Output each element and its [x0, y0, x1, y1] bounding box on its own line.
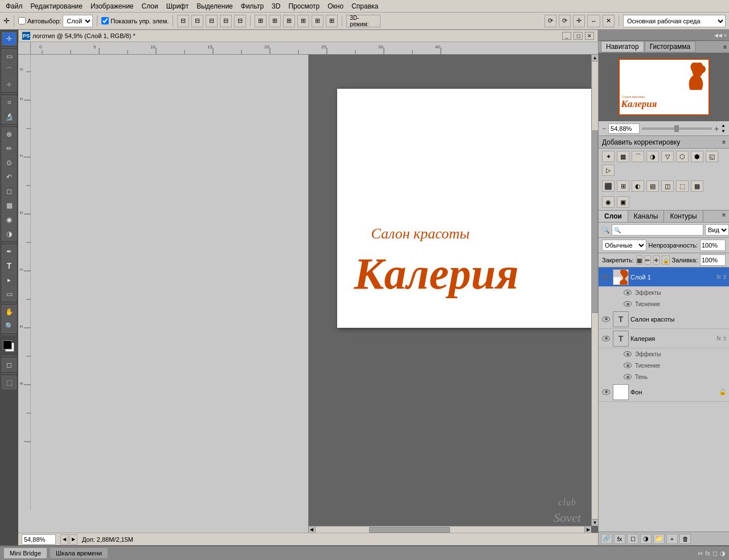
adj-brightness-btn[interactable]: ✦ — [602, 151, 615, 162]
autoselector-checkbox[interactable] — [18, 17, 26, 24]
spot-heal-tool[interactable]: ⊕ — [2, 127, 17, 141]
nav-down-btn[interactable]: ▼ — [721, 129, 726, 134]
adj-exposure-btn[interactable]: ◑ — [646, 151, 659, 162]
lasso-tool[interactable]: ⌒ — [2, 64, 17, 77]
v-scrollbar[interactable]: ▲ ▼ — [591, 55, 598, 526]
quick-mask-btn[interactable]: ◻ — [2, 358, 17, 372]
blur-tool[interactable]: ◉ — [2, 213, 17, 227]
kaleria-chain-btn[interactable]: ⊻ — [723, 335, 727, 341]
zoom-display[interactable]: 54,88% — [22, 534, 56, 545]
gradient-tool[interactable]: ▦ — [2, 199, 17, 212]
align-btn-1[interactable]: ⊟ — [177, 15, 189, 27]
nav-zoom-input[interactable] — [608, 123, 640, 134]
adj-selectivecolor-btn[interactable]: ⬚ — [676, 180, 689, 192]
hand-tool[interactable]: ✋ — [2, 305, 17, 319]
shape-tool[interactable]: ▭ — [2, 287, 17, 301]
sub-vis-btn-eff1[interactable] — [622, 287, 633, 298]
pen-tool[interactable]: ✒ — [2, 245, 17, 258]
layers-search-box[interactable]: 🔍 — [612, 224, 703, 236]
menu-item-3d[interactable]: 3D — [268, 1, 284, 11]
status-right-arrow[interactable]: ▶ — [69, 534, 77, 545]
nav-up-btn[interactable]: ▲ — [721, 123, 726, 128]
adj-invert-btn[interactable]: ◐ — [632, 180, 644, 192]
tab-histogram[interactable]: Гистограмма — [645, 41, 695, 52]
layer-item-fon[interactable]: Фон 🔒 — [599, 382, 729, 402]
layer-delete-btn[interactable]: 🗑 — [679, 534, 691, 544]
adj-gradmap-btn[interactable]: ▦ — [691, 180, 703, 192]
layers-filter-select[interactable]: Вид — [705, 224, 729, 236]
distribute-btn-3[interactable]: ⊞ — [283, 15, 295, 27]
screen-mode-btn[interactable]: ⬚ — [2, 376, 17, 389]
menu-item-select[interactable]: Выделение — [193, 1, 236, 11]
adj-hsl-btn[interactable]: ⬡ — [676, 151, 689, 162]
layer-mask-btn[interactable]: ◻ — [627, 534, 638, 544]
3d-btn-1[interactable]: ⟳ — [544, 15, 556, 27]
move-tool-icon[interactable]: ✛ — [3, 17, 10, 25]
3d-btn-3[interactable]: ✛ — [573, 15, 585, 27]
doc-minimize-btn[interactable]: _ — [562, 32, 571, 40]
sub-vis-btn-shad-kal[interactable] — [622, 372, 633, 382]
3d-btn-4[interactable]: ↔ — [587, 15, 600, 27]
distribute-btn-1[interactable]: ⊞ — [255, 15, 267, 27]
layer-vis-btn-kaleria[interactable] — [601, 333, 611, 344]
distribute-btn-5[interactable]: ⊞ — [312, 15, 323, 27]
v-scroll-track[interactable] — [592, 61, 598, 519]
marquee-tool[interactable]: ▭ — [2, 50, 17, 63]
doc-close-btn[interactable]: ✕ — [585, 32, 594, 40]
h-scrollbar[interactable]: ◀ ▶ — [309, 526, 592, 533]
layer-link-btn[interactable]: 🔗 — [601, 534, 612, 544]
tab-layers[interactable]: Слои — [599, 211, 628, 222]
bottom-icon-adjust[interactable]: ◑ — [720, 550, 726, 557]
dodge-tool[interactable]: ◑ — [2, 227, 17, 241]
align-btn-4[interactable]: ⊟ — [220, 15, 232, 27]
distribute-btn-6[interactable]: ⊞ — [326, 15, 338, 27]
foreground-color[interactable] — [3, 340, 12, 349]
adj-channelmixer-btn[interactable]: ⬛ — [602, 180, 615, 192]
lock-paint-btn[interactable]: ✏ — [645, 256, 651, 265]
crop-tool[interactable]: ⌗ — [2, 96, 17, 109]
align-btn-3[interactable]: ⊟ — [206, 15, 218, 27]
fill-input[interactable] — [700, 254, 726, 266]
adj-options-btn[interactable]: ≡ — [722, 139, 726, 145]
layer-item-sloy1[interactable]: Слой 1 fx ⊻ — [599, 267, 729, 287]
menu-item-file[interactable]: Файл — [2, 1, 26, 11]
menu-item-help[interactable]: Справка — [348, 1, 382, 11]
tab-paths[interactable]: Контуры — [664, 211, 703, 222]
lock-all-btn[interactable]: 🔒 — [662, 256, 670, 265]
distribute-btn-2[interactable]: ⊞ — [269, 15, 281, 27]
clone-tool[interactable]: ⊙ — [2, 156, 17, 170]
nav-zoom-handle[interactable] — [674, 125, 679, 132]
lock-transparent-btn[interactable]: ▦ — [636, 256, 642, 265]
v-scroll-thumb[interactable] — [592, 130, 598, 314]
sub-vis-btn-eff-kal[interactable] — [622, 349, 633, 359]
layers-panel-options-btn[interactable]: ≡ — [719, 211, 729, 222]
status-left-arrow[interactable]: ◀ — [60, 534, 68, 545]
layer-item-salon[interactable]: T Салон красоты — [599, 310, 729, 329]
distribute-btn-4[interactable]: ⊞ — [297, 15, 309, 27]
layer-adjustment-btn[interactable]: ◑ — [640, 534, 652, 544]
layer-group-btn[interactable]: 📁 — [653, 534, 665, 544]
zoom-tool[interactable]: 🔍 — [2, 319, 17, 333]
bottom-icon-mask[interactable]: ◻ — [712, 550, 718, 557]
move-tool[interactable]: ✛ — [2, 32, 17, 46]
tab-navigator[interactable]: Навигатор — [601, 41, 644, 52]
adj-extra1-btn[interactable]: ◉ — [602, 196, 615, 208]
adj-levels-btn[interactable]: ▦ — [617, 151, 629, 162]
layer-chain-btn[interactable]: ⊻ — [723, 274, 727, 280]
3d-btn-2[interactable]: ⟳ — [559, 15, 571, 27]
align-btn-5[interactable]: ⊟ — [234, 15, 246, 27]
menu-item-filter[interactable]: Фильтр — [237, 1, 267, 11]
opacity-input[interactable] — [700, 240, 726, 251]
adj-photofilt-btn[interactable]: ▷ — [602, 164, 615, 176]
h-scroll-left-btn[interactable]: ◀ — [309, 526, 316, 533]
blend-mode-select[interactable]: Обычные — [602, 240, 646, 251]
v-scroll-down-btn[interactable]: ▼ — [592, 519, 599, 526]
eraser-tool[interactable]: ◻ — [2, 184, 17, 198]
quick-select-tool[interactable]: ✧ — [2, 78, 17, 92]
tab-timeline[interactable]: Шкала времени — [50, 547, 108, 559]
bottom-icon-fx[interactable]: fx — [705, 550, 710, 557]
history-brush-tool[interactable]: ↶ — [2, 170, 17, 184]
show-controls-checkbox[interactable] — [101, 17, 109, 24]
panel-options-btn[interactable]: ≡ — [723, 44, 727, 50]
layer-item-kaleria[interactable]: T Калерия fx ⊻ — [599, 329, 729, 348]
